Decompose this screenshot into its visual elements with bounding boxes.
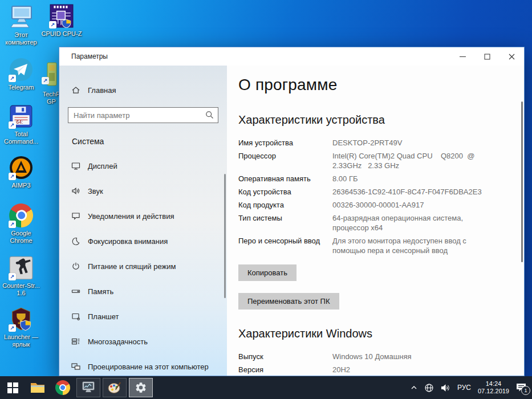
device-spec-heading: Характеристики устройства [238,113,509,127]
language-indicator[interactable]: РУС [457,384,471,392]
page-title: О программе [238,76,509,94]
search-icon[interactable] [205,111,214,119]
spec-row: Имя устройстваDESKTOP-2PRT49V [238,138,509,148]
sound-icon [71,186,80,196]
maximize-button[interactable] [475,47,499,66]
folder-icon [30,381,45,394]
home-icon [71,85,80,95]
spec-row: Тип системы64-разрядная операционная сис… [238,213,509,233]
tray-chevron-up-icon[interactable] [411,384,417,391]
telegram-icon [9,57,34,82]
spec-row: ПроцессорIntel(R) Core(TM)2 Quad CPU Q82… [238,151,509,170]
sidebar-item-projecting[interactable]: Проецирование на этот компьютер [59,354,227,379]
desktop[interactable]: Этот компьютер Telegram 64: [0,0,532,399]
windows-spec-heading: Характеристики Windows [238,327,509,340]
notifications-icon [71,211,80,221]
paint-app-button[interactable] [103,378,127,397]
chrome-icon [52,377,73,398]
spec-row: ВыпускWindows 10 Домашняя [238,352,509,361]
launcher-icon [9,307,34,332]
chrome-icon [9,203,34,228]
spec-row: Код устройства26364536-1C92-410F-8C47-F0… [238,187,509,197]
gear-icon [135,381,147,394]
this-pc-icon [9,5,34,30]
shortcut-arrow-icon [9,324,16,332]
settings-sidebar: Главная Система Дисплей [59,66,227,376]
about-page: О программе Характеристики устройства Им… [227,66,524,376]
moon-icon [71,237,80,246]
windows-logo-icon [7,382,18,393]
sidebar-item-tablet[interactable]: Планшет [59,304,227,329]
network-globe-icon[interactable] [424,383,434,393]
desktop-icon-aimp3[interactable]: AIMP3 [1,155,41,189]
settings-window: Параметры Главная [59,47,525,376]
window-title: Параметры [59,52,108,60]
display-icon [71,161,80,170]
sidebar-item-focus-assist[interactable]: Фокусировка внимания [59,229,227,254]
window-titlebar[interactable]: Параметры [59,47,524,66]
copy-button[interactable]: Копировать [238,264,297,281]
tray-time: 14:24 [478,380,509,388]
cpu-z-icon [49,3,74,28]
multitasking-icon [71,337,80,346]
minimize-button[interactable] [450,47,475,66]
file-explorer-button[interactable] [25,376,50,399]
shortcut-arrow-icon [9,173,16,180]
gpu-z-icon [42,62,61,89]
power-icon [71,262,80,271]
projecting-icon [71,362,80,371]
sidebar-item-home[interactable]: Главная [59,66,227,99]
desktop-icon-cpu-z[interactable]: CPUID CPU-Z [46,3,78,38]
sidebar-item-power-sleep[interactable]: Питание и спящий режим [59,254,227,279]
desktop-icon-launcher[interactable]: Launcher — ярлык [1,307,41,348]
desktop-icon-this-pc[interactable]: Этот компьютер [1,5,41,46]
spec-row: Версия20H2 [238,365,509,374]
sidebar-section-title: Система [72,137,227,146]
tray-date: 07.12.2019 [478,388,509,395]
spec-row: Перо и сенсорный вводДля этого монитора … [238,236,509,255]
paint-palette-icon [108,381,121,394]
shortcut-arrow-icon [42,77,49,84]
desktop-icon-google-chrome[interactable]: Google Chrome [1,203,41,244]
desktop-icon-telegram[interactable]: Telegram [1,57,41,91]
total-commander-icon: 64: [9,104,34,129]
spec-row: Оперативная память8.00 ГБ [238,174,509,184]
chrome-taskbar-button[interactable] [50,376,75,399]
sidebar-item-sound[interactable]: Звук [59,178,227,203]
main-scrollbar[interactable] [521,101,523,262]
rename-pc-button[interactable]: Переименовать этот ПК [238,293,339,310]
search-input[interactable] [68,107,218,123]
desktop-icon-label: Этот компьютер [5,31,36,46]
shortcut-arrow-icon [49,21,56,28]
clock[interactable]: 14:24 07.12.2019 [478,380,509,395]
sidebar-item-display[interactable]: Дисплей [59,153,227,178]
svg-text:64:: 64: [17,119,23,125]
notification-badge: 1 [521,386,530,395]
desktop-icon-total-commander[interactable]: 64: Total Command... [1,104,41,145]
aimp3-icon [9,155,34,180]
sidebar-item-storage[interactable]: Память [59,279,227,304]
shortcut-arrow-icon [9,221,16,228]
shortcut-arrow-icon [9,273,16,280]
action-center-button[interactable]: 1 [516,383,526,392]
volume-icon[interactable] [441,384,450,392]
sidebar-item-multitasking[interactable]: Многозадачность [59,329,227,354]
sidebar-home-label: Главная [88,86,116,95]
close-button[interactable] [499,47,524,66]
start-button[interactable] [0,376,25,399]
desktop-icon-counter-strike[interactable]: Counter-Str... 1.6 [1,255,41,296]
storage-icon [71,287,80,296]
spec-row: Код продукта00326-30000-00001-AA917 [238,200,509,210]
sidebar-scrollbar[interactable] [224,174,226,298]
sidebar-item-notifications[interactable]: Уведомления и действия [59,203,227,229]
taskbar: РУС 14:24 07.12.2019 1 [0,376,532,399]
settings-app-button[interactable] [129,378,153,397]
system-monitor-app-button[interactable] [76,378,100,397]
monitor-chart-icon [82,381,95,394]
counter-strike-icon [9,255,34,280]
shortcut-arrow-icon [9,75,16,82]
tablet-icon [71,312,80,321]
shortcut-arrow-icon [9,121,16,129]
